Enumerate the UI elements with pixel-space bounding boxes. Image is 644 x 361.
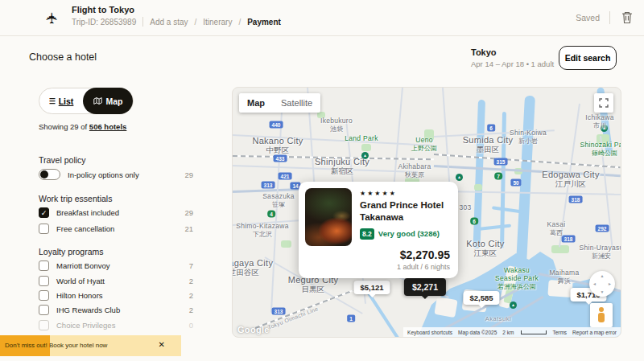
hotel-price-marker[interactable]: $2,585 — [463, 291, 499, 305]
road-shield: 313 — [262, 182, 275, 189]
scale-label: 2 km — [502, 330, 514, 335]
map-place-label: Setagaya City世田谷区 — [232, 258, 273, 278]
checkbox[interactable] — [39, 320, 49, 330]
destination: Tokyo — [471, 47, 554, 57]
checkbox[interactable] — [39, 305, 49, 315]
road-shield: 6 — [470, 218, 478, 225]
promo-banner: Don't miss out! Book your hotel now ✕ — [0, 335, 181, 356]
map-place-label: Shinjuku City新宿区 — [315, 157, 369, 177]
map-attribution: Keyboard shortcuts Map data ©2025 2 km T… — [403, 327, 621, 337]
map-place-label: Ichikawa市川 — [585, 113, 613, 130]
delete-trip-button[interactable] — [620, 10, 634, 26]
checkbox[interactable] — [39, 290, 49, 301]
map-place-label: Akihabara秋葉原 — [398, 162, 431, 179]
breadcrumb-itinerary[interactable]: Itinerary — [203, 18, 232, 27]
work-trip-heading: Work trip essentials — [39, 194, 112, 203]
edit-search-button[interactable]: Edit search — [559, 46, 617, 70]
divider — [609, 11, 610, 24]
airplane-icon: ✈ — [43, 12, 61, 25]
hotel-price-marker[interactable]: $5,121 — [353, 281, 390, 294]
map-pan-control[interactable]: ▲ ▼ ◄ ► — [589, 271, 615, 297]
map-type-map-button[interactable]: Map — [239, 93, 273, 113]
results-count: Showing 29 of 506 hotels — [39, 122, 126, 131]
pan-right-icon: ► — [608, 281, 612, 286]
map-place-label: Ikebukuro池袋 — [320, 117, 353, 133]
map-place-label: Sumida City墨田区 — [463, 135, 514, 155]
map-place-label: Edogawa City江戸川区 — [542, 170, 599, 190]
hotel-price: $2,270.95 — [397, 248, 450, 261]
island — [434, 297, 457, 318]
park-pin-icon: ▲ — [510, 302, 517, 309]
terms-link[interactable]: Terms — [552, 330, 567, 335]
checkbox[interactable] — [39, 207, 49, 218]
view-toggle: ☰ List Map — [39, 88, 134, 114]
filter-world-of-hyatt[interactable]: World of Hyatt 2 — [39, 276, 193, 286]
report-error-link[interactable]: Report a map error — [572, 330, 617, 335]
results-count-link[interactable]: 506 hotels — [89, 122, 126, 131]
view-map-button[interactable]: Map — [83, 88, 133, 114]
hotel-occupancy: 1 adult / 6 nights — [397, 263, 450, 271]
filter-choice-privileges[interactable]: Choice Privileges 0 — [39, 320, 193, 330]
map-place-label: Shin-Urayasu新浦安 — [579, 244, 621, 260]
map-place-label: 303 — [459, 203, 471, 211]
in-policy-toggle-row[interactable]: In-policy options only 29 — [39, 169, 193, 180]
pan-up-icon: ▲ — [601, 273, 605, 278]
hotel-stars: ★★★★★ — [360, 190, 450, 197]
hotel-popup-card[interactable]: ★★★★★ Grand Prince Hotel Takanawa 8.2 Ve… — [299, 182, 458, 278]
promo-close-button[interactable]: ✕ — [154, 339, 170, 350]
hotel-price-marker[interactable]: $2,271 — [404, 278, 446, 296]
hotel-photo — [305, 188, 352, 246]
road-shield: 6 — [487, 125, 495, 132]
scale-bar — [521, 330, 547, 334]
map-data-label: Map data ©2025 — [458, 330, 497, 335]
trash-icon — [621, 11, 633, 24]
pan-down-icon: ▼ — [601, 289, 605, 294]
keyboard-shortcuts-link[interactable]: Keyboard shortcuts — [407, 330, 452, 335]
filter-hilton-honors[interactable]: Hilton Honors 2 — [39, 290, 193, 301]
road-shield: 315 — [494, 158, 508, 166]
map-place-label: Akatsuki — [485, 315, 511, 322]
park — [361, 144, 371, 151]
breadcrumb-add-a-stay[interactable]: Add a stay — [150, 18, 188, 27]
park — [281, 240, 291, 248]
filter-breakfast-included[interactable]: Breakfast included 29 — [39, 207, 193, 218]
road-shield: 440 — [270, 121, 283, 129]
filter-ihg-rewards-club[interactable]: IHG Rewards Club 2 — [39, 305, 193, 315]
road-shield: 318 — [569, 196, 583, 203]
map-canvas[interactable]: ▲ ▲ ▲ ▲ Ikebukuro池袋Nakano City中野区Shinjuk… — [232, 87, 621, 338]
fullscreen-icon — [599, 98, 609, 108]
divider — [142, 17, 143, 27]
road-shield: 1 — [347, 315, 355, 322]
road-shield: 4 — [267, 211, 275, 218]
view-list-button[interactable]: ☰ List — [39, 96, 83, 107]
checkbox[interactable] — [39, 260, 49, 271]
map-place-label: Ueno上野公園 — [411, 136, 437, 153]
fullscreen-button[interactable] — [594, 93, 613, 113]
pegman-icon — [597, 307, 605, 322]
street-view-pegman-button[interactable] — [590, 303, 613, 327]
hotel-name: Grand Prince Hotel Takanawa — [360, 199, 450, 224]
pan-left-icon: ◄ — [592, 281, 597, 286]
filter-marriott-bonvoy[interactable]: Marriott Bonvoy 7 — [39, 260, 193, 271]
map-place-label: Kasai葛西 — [547, 220, 566, 237]
park — [474, 184, 482, 191]
map-place-label: Shinozaki Park篠崎公園 — [580, 141, 621, 158]
search-summary: Tokyo Apr 14 – Apr 18 • 1 adult — [471, 47, 554, 68]
park-pin-icon: ▲ — [456, 174, 463, 181]
trip-info: Flight to Tokyo Trip-ID: 26853989 Add a … — [72, 5, 281, 27]
checkbox[interactable] — [39, 224, 49, 234]
page-title: Choose a hotel — [29, 51, 97, 63]
road-shield: 50 — [510, 179, 521, 187]
in-policy-toggle[interactable] — [39, 169, 60, 180]
map-type-satellite-button[interactable]: Satellite — [273, 93, 320, 113]
map-place-label: Shin-Koiwa新小岩 — [510, 129, 547, 146]
checkbox[interactable] — [39, 276, 49, 286]
road-shield: 313 — [272, 308, 286, 315]
map-place-label: Maihama舞浜 — [549, 269, 579, 285]
rating-badge: 8.2 — [360, 228, 374, 240]
filter-free-cancellation[interactable]: Free cancellation 21 — [39, 224, 193, 234]
map-type-control: Map Satellite — [239, 93, 320, 113]
map-place-label: Nakano City中野区 — [252, 136, 303, 156]
road-shield: 292 — [596, 225, 609, 232]
breadcrumb-payment[interactable]: Payment — [247, 18, 281, 27]
